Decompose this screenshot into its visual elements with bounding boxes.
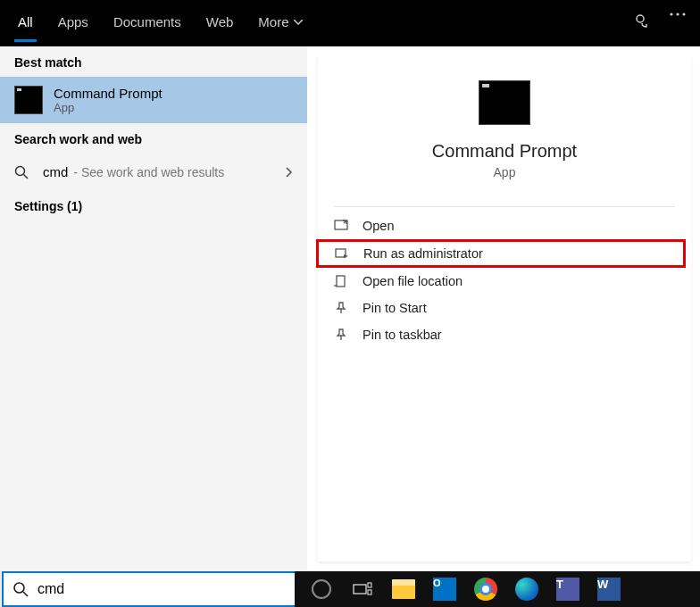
tab-apps[interactable]: Apps: [46, 0, 101, 42]
windows-search-panel: All Apps Documents Web More Best match C…: [0, 0, 700, 570]
svg-point-4: [16, 166, 25, 175]
word-icon[interactable]: W: [595, 575, 623, 603]
tab-more-label: More: [258, 14, 288, 29]
pin-taskbar-label: Pin to taskbar: [362, 328, 442, 342]
tab-more[interactable]: More: [246, 0, 314, 42]
result-text: Command Prompt App: [54, 86, 162, 114]
file-explorer-icon[interactable]: [389, 575, 418, 603]
web-query: cmd: [43, 164, 68, 179]
best-match-result[interactable]: Command Prompt App: [0, 77, 307, 123]
best-match-header: Best match: [0, 46, 307, 77]
admin-icon: [335, 247, 351, 260]
chrome-icon[interactable]: [471, 575, 500, 603]
search-input-box[interactable]: [2, 571, 298, 607]
result-subtitle: App: [54, 101, 162, 114]
pin-start-icon: [334, 302, 350, 314]
settings-section-header: Settings (1): [0, 190, 307, 220]
feedback-icon[interactable]: [625, 0, 661, 43]
pin-start-label: Pin to Start: [362, 301, 427, 315]
search-main-area: Best match Command Prompt App Search wor…: [0, 46, 700, 570]
svg-line-5: [24, 174, 29, 179]
svg-line-10: [23, 592, 28, 596]
svg-rect-8: [337, 276, 345, 287]
preview-header: Command Prompt App: [318, 55, 691, 194]
command-prompt-icon: [14, 86, 43, 114]
preview-pane: Command Prompt App Open Run as administr…: [318, 55, 691, 561]
tab-all[interactable]: All: [5, 0, 46, 42]
task-view-icon[interactable]: [348, 575, 377, 603]
tab-documents[interactable]: Documents: [101, 0, 194, 42]
pin-to-taskbar-action[interactable]: Pin to taskbar: [318, 321, 691, 348]
outlook-icon[interactable]: O: [430, 575, 459, 603]
svg-point-2: [676, 12, 679, 15]
web-search-row[interactable]: cmd - See work and web results: [0, 154, 307, 190]
tab-web[interactable]: Web: [194, 0, 246, 42]
file-location-label: Open file location: [362, 274, 462, 288]
preview-subtitle: App: [336, 165, 673, 179]
divider: [334, 206, 675, 207]
svg-point-9: [14, 583, 24, 593]
svg-point-0: [637, 15, 644, 22]
svg-point-3: [682, 12, 685, 15]
open-label: Open: [362, 219, 394, 233]
result-title: Command Prompt: [54, 86, 162, 101]
edge-icon[interactable]: [512, 575, 541, 603]
web-hint: - See work and web results: [73, 165, 224, 179]
chevron-down-icon: [294, 20, 303, 25]
search-icon: [14, 165, 32, 179]
cortana-icon[interactable]: [307, 575, 336, 603]
preview-title: Command Prompt: [336, 141, 673, 162]
more-options-icon[interactable]: [661, 0, 695, 29]
search-tabs-bar: All Apps Documents Web More: [0, 0, 700, 46]
search-icon: [12, 581, 29, 597]
taskbar: O T W: [295, 571, 700, 607]
results-pane: Best match Command Prompt App Search wor…: [0, 46, 307, 570]
command-prompt-preview-icon: [479, 80, 530, 125]
chevron-right-icon: [286, 167, 293, 178]
run-as-admin-action[interactable]: Run as administrator: [316, 239, 686, 268]
svg-rect-12: [368, 583, 371, 587]
web-section-header: Search work and web: [0, 123, 307, 154]
folder-icon: [334, 275, 350, 287]
open-icon: [334, 220, 350, 232]
svg-point-1: [670, 12, 672, 15]
admin-label: Run as administrator: [363, 246, 483, 261]
svg-rect-11: [354, 585, 366, 594]
teams-icon[interactable]: T: [554, 575, 582, 603]
web-row-text: cmd - See work and web results: [43, 164, 275, 179]
open-action[interactable]: Open: [318, 212, 691, 239]
search-input[interactable]: [38, 581, 288, 597]
pin-taskbar-icon: [334, 328, 350, 341]
pin-to-start-action[interactable]: Pin to Start: [318, 295, 691, 321]
open-file-location-action[interactable]: Open file location: [318, 268, 691, 295]
svg-rect-13: [368, 590, 371, 595]
